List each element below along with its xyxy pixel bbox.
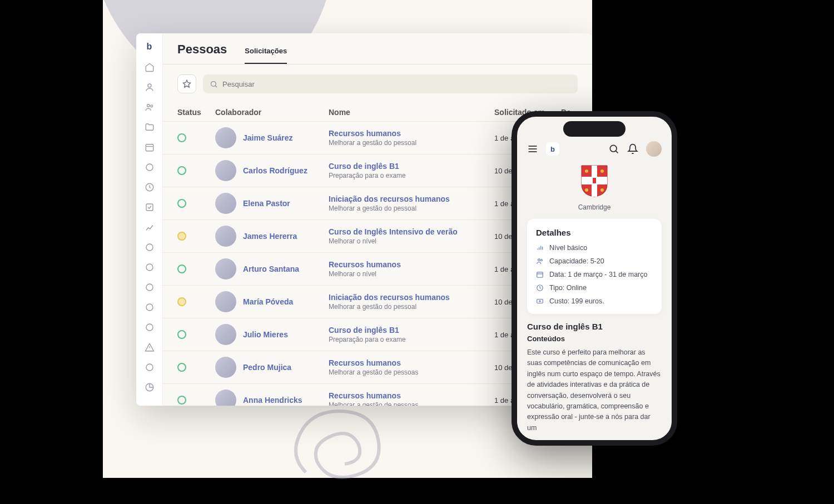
- svg-point-1: [147, 104, 150, 107]
- col-status: Status: [177, 108, 215, 117]
- sidebar: b: [136, 33, 163, 406]
- svg-point-8: [146, 244, 153, 251]
- institution-badge: Cambridge: [527, 164, 662, 211]
- svg-point-29: [585, 188, 588, 192]
- svg-point-2: [150, 105, 152, 107]
- course-link[interactable]: Recursos humanos: [329, 358, 494, 367]
- course-link[interactable]: Recursos humanos: [329, 260, 494, 269]
- col-nome: Nome: [329, 108, 494, 117]
- svg-rect-36: [537, 300, 543, 303]
- course-subtitle: Melhorar a gestão do pessoal: [329, 303, 494, 311]
- type-icon: [536, 284, 544, 292]
- warning-icon[interactable]: [145, 342, 155, 352]
- avatar: [215, 357, 236, 378]
- detail-text: Custo: 199 euros.: [549, 297, 604, 305]
- calendar-icon[interactable]: [145, 142, 155, 152]
- svg-point-28: [600, 169, 604, 173]
- avatar: [215, 291, 236, 312]
- detail-row: Data: 1 de março - 31 de março: [536, 271, 653, 278]
- collaborator-name[interactable]: Arturo Santana: [243, 265, 299, 273]
- search-input[interactable]: [222, 80, 571, 88]
- svg-rect-26: [593, 178, 596, 183]
- favorites-button[interactable]: [177, 74, 196, 93]
- svg-point-11: [146, 304, 153, 311]
- person-icon[interactable]: [145, 82, 155, 92]
- course-link[interactable]: Curso de inglês B1: [329, 326, 494, 335]
- course-title: Curso de inglês B1: [527, 322, 662, 331]
- collaborator-name[interactable]: Anna Hendricks: [243, 396, 302, 405]
- status-indicator: [177, 330, 186, 339]
- course-subtitle: Melhorar o nível: [329, 270, 494, 278]
- app-logo[interactable]: b: [144, 41, 155, 52]
- support-icon[interactable]: [145, 262, 155, 272]
- svg-point-5: [146, 164, 153, 171]
- people-icon[interactable]: [145, 102, 155, 112]
- header: Pessoas Solicitações: [163, 33, 592, 64]
- detail-text: Tipo: Online: [549, 284, 587, 292]
- collaborator-name[interactable]: Elena Pastor: [243, 199, 290, 208]
- collaborator-name[interactable]: Carlos Rodríguez: [243, 166, 307, 175]
- flow-icon[interactable]: [145, 302, 155, 312]
- graduation-icon[interactable]: [145, 282, 155, 292]
- collaborator-name[interactable]: Pedro Mujica: [243, 363, 291, 372]
- detail-row: Tipo: Online: [536, 284, 653, 292]
- search-icon: [210, 80, 218, 88]
- checkbox-icon[interactable]: [145, 202, 155, 212]
- tab-solicitacoes[interactable]: Solicitações: [245, 47, 287, 64]
- svg-point-12: [146, 324, 153, 331]
- course-link[interactable]: Curso de Inglês Intensivo de verão: [329, 227, 494, 236]
- user-add-icon[interactable]: [145, 362, 155, 372]
- star-icon: [182, 79, 191, 88]
- course-subtitle: Melhorar a gestão do pessoal: [329, 139, 494, 147]
- dashboard-icon[interactable]: [145, 322, 155, 332]
- phone-avatar[interactable]: [646, 141, 662, 157]
- bell-icon[interactable]: [627, 143, 638, 154]
- svg-line-18: [215, 86, 217, 87]
- status-indicator: [177, 363, 186, 372]
- status-indicator: [177, 199, 186, 208]
- course-link[interactable]: Curso de inglês B1: [329, 162, 494, 171]
- collaborator-name[interactable]: Jaime Suárez: [243, 133, 293, 142]
- clock-icon[interactable]: [145, 182, 155, 192]
- svg-point-30: [600, 188, 604, 192]
- compass-icon[interactable]: [145, 162, 155, 172]
- crest-icon: [580, 164, 608, 198]
- menu-icon[interactable]: [527, 143, 538, 154]
- institution-name: Cambridge: [527, 203, 662, 211]
- collaborator-name[interactable]: María Póveda: [243, 297, 293, 306]
- course-subtitle: Melhorar a gestão de pessoas: [329, 401, 494, 406]
- capacity-icon: [536, 257, 544, 265]
- svg-point-14: [146, 364, 153, 371]
- phone-logo[interactable]: b: [546, 142, 559, 156]
- details-title: Detalhes: [536, 228, 653, 237]
- course-link[interactable]: Recursos humanos: [329, 129, 494, 138]
- status-indicator: [177, 297, 186, 306]
- course-link[interactable]: Iniciação dos recursos humanos: [329, 293, 494, 302]
- target-icon[interactable]: [145, 242, 155, 252]
- svg-rect-3: [146, 144, 153, 151]
- svg-rect-33: [537, 272, 543, 277]
- home-icon[interactable]: [145, 62, 155, 72]
- course-subtitle: Melhorar o nível: [329, 237, 494, 245]
- detail-text: Capacidade: 5-20: [549, 257, 604, 265]
- collaborator-name[interactable]: Julio Mieres: [243, 330, 288, 339]
- pie-icon[interactable]: [145, 382, 155, 392]
- search-icon[interactable]: [608, 143, 619, 154]
- status-indicator: [177, 396, 186, 405]
- svg-point-31: [538, 259, 540, 261]
- detail-row: Nível básico: [536, 244, 653, 252]
- collaborator-name[interactable]: James Hererra: [243, 232, 297, 241]
- search-box[interactable]: [203, 74, 578, 93]
- course-link[interactable]: Iniciação dos recursos humanos: [329, 194, 494, 203]
- avatar: [215, 193, 236, 214]
- course-link[interactable]: Recursos humanos: [329, 391, 494, 400]
- avatar: [215, 160, 236, 181]
- phone-header: b: [527, 141, 662, 157]
- svg-point-32: [540, 260, 542, 261]
- folder-icon[interactable]: [145, 122, 155, 132]
- svg-line-23: [615, 151, 618, 153]
- detail-row: Custo: 199 euros.: [536, 297, 653, 305]
- chart-icon[interactable]: [145, 222, 155, 232]
- details-card: Detalhes Nível básicoCapacidade: 5-20Dat…: [527, 219, 662, 314]
- cost-icon: [536, 297, 544, 305]
